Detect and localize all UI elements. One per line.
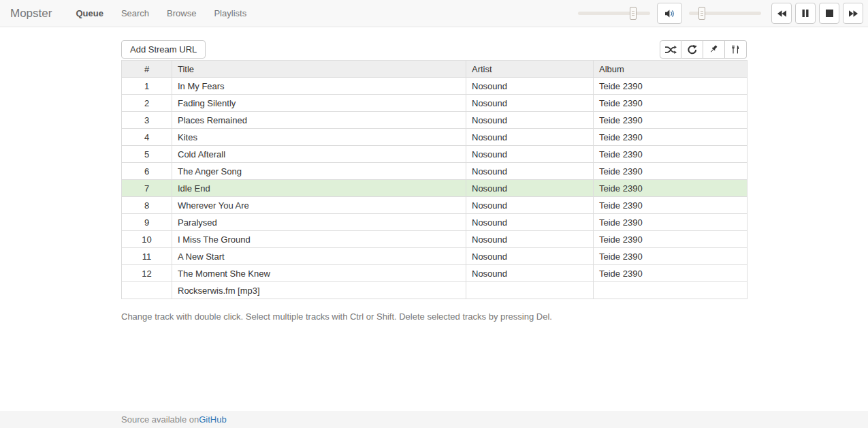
add-stream-url-button[interactable]: Add Stream URL	[121, 40, 206, 59]
cell-num: 11	[122, 248, 172, 265]
table-row[interactable]: 1In My FearsNosoundTeide 2390	[122, 78, 748, 95]
table-row[interactable]: Rockserwis.fm [mp3]	[122, 282, 748, 299]
cell-title: I Miss The Ground	[172, 231, 466, 248]
cell-album: Teide 2390	[594, 163, 748, 180]
cell-title: The Moment She Knew	[172, 265, 466, 282]
cell-album: Teide 2390	[594, 180, 748, 197]
cell-artist: Nosound	[466, 197, 594, 214]
nav-item-search[interactable]: Search	[112, 8, 158, 18]
seek-slider-handle[interactable]	[630, 7, 637, 20]
cell-artist: Nosound	[466, 95, 594, 112]
next-icon	[849, 10, 858, 17]
seek-slider[interactable]	[578, 7, 650, 20]
seek-slider-track[interactable]	[578, 12, 650, 15]
volume-slider[interactable]	[689, 7, 761, 20]
volume-up-icon	[665, 10, 675, 18]
cell-artist: Nosound	[466, 112, 594, 129]
stop-icon	[826, 10, 833, 17]
footer: Source available on GitHub	[0, 411, 868, 428]
cell-num: 10	[122, 231, 172, 248]
repeat-button[interactable]	[681, 40, 703, 59]
cell-title: Idle End	[172, 180, 466, 197]
cell-num: 9	[122, 214, 172, 231]
cell-num: 3	[122, 112, 172, 129]
table-row[interactable]: 4KitesNosoundTeide 2390	[122, 129, 748, 146]
volume-slider-handle[interactable]	[698, 7, 705, 20]
cell-title: Fading Silently	[172, 95, 466, 112]
cell-num	[122, 282, 172, 299]
repeat-icon	[688, 45, 697, 55]
cell-album: Teide 2390	[594, 146, 748, 163]
cell-title: The Anger Song	[172, 163, 466, 180]
main-content: Add Stream URL	[121, 40, 747, 411]
cell-title: In My Fears	[172, 78, 466, 95]
cell-num: 2	[122, 95, 172, 112]
nav-item-playlists[interactable]: Playlists	[205, 8, 255, 18]
shuffle-button[interactable]	[660, 40, 681, 59]
footer-text: Source available on	[121, 414, 199, 425]
cell-num: 12	[122, 265, 172, 282]
cell-album: Teide 2390	[594, 78, 748, 95]
cell-artist: Nosound	[466, 214, 594, 231]
cell-title: A New Start	[172, 248, 466, 265]
navbar: Mopster QueueSearchBrowsePlaylists	[0, 0, 868, 27]
brand[interactable]: Mopster	[10, 7, 52, 20]
table-row[interactable]: 3Places RemainedNosoundTeide 2390	[122, 112, 748, 129]
queue-toolbar: Add Stream URL	[121, 40, 747, 59]
table-row[interactable]: 6The Anger SongNosoundTeide 2390	[122, 163, 748, 180]
previous-icon	[777, 10, 786, 17]
next-button[interactable]	[843, 3, 863, 24]
table-row[interactable]: 5Cold AfterallNosoundTeide 2390	[122, 146, 748, 163]
cell-title: Places Remained	[172, 112, 466, 129]
cell-album: Teide 2390	[594, 248, 748, 265]
navbar-controls	[571, 3, 863, 24]
table-row[interactable]: 10I Miss The GroundNosoundTeide 2390	[122, 231, 748, 248]
cell-album: Teide 2390	[594, 129, 748, 146]
navbar-nav: QueueSearchBrowsePlaylists	[67, 8, 255, 18]
github-link[interactable]: GitHub	[199, 414, 226, 425]
cell-album: Teide 2390	[594, 197, 748, 214]
table-row[interactable]: 2Fading SilentlyNosoundTeide 2390	[122, 95, 748, 112]
pause-button[interactable]	[795, 3, 816, 24]
cell-title: Cold Afterall	[172, 146, 466, 163]
queue-tbody: 1In My FearsNosoundTeide 23902Fading Sil…	[122, 78, 748, 299]
single-button[interactable]	[703, 40, 725, 59]
cell-artist: Nosound	[466, 248, 594, 265]
table-header-row: #TitleArtistAlbum	[122, 61, 748, 78]
stop-button[interactable]	[819, 3, 839, 24]
table-row[interactable]: 12The Moment She KnewNosoundTeide 2390	[122, 265, 748, 282]
table-row[interactable]: 8Wherever You AreNosoundTeide 2390	[122, 197, 748, 214]
cell-artist: Nosound	[466, 129, 594, 146]
column-header-album: Album	[594, 61, 748, 78]
previous-button[interactable]	[771, 3, 792, 24]
cell-album: Teide 2390	[594, 214, 748, 231]
column-header-artist: Artist	[466, 61, 594, 78]
table-row[interactable]: 9ParalysedNosoundTeide 2390	[122, 214, 748, 231]
nav-item-browse[interactable]: Browse	[158, 8, 205, 18]
cell-title: Rockserwis.fm [mp3]	[172, 282, 466, 299]
column-header-num: #	[122, 61, 172, 78]
cell-artist: Nosound	[466, 180, 594, 197]
cell-num: 4	[122, 129, 172, 146]
cell-title: Kites	[172, 129, 466, 146]
cell-artist: Nosound	[466, 265, 594, 282]
cell-album: Teide 2390	[594, 265, 748, 282]
playback-controls	[771, 3, 863, 24]
table-row[interactable]: 11A New StartNosoundTeide 2390	[122, 248, 748, 265]
cell-album: Teide 2390	[594, 95, 748, 112]
cell-num: 8	[122, 197, 172, 214]
consume-button[interactable]	[725, 40, 747, 59]
playback-mode-group	[660, 40, 747, 59]
cell-title: Paralysed	[172, 214, 466, 231]
column-header-title: Title	[172, 61, 466, 78]
table-row[interactable]: 7Idle EndNosoundTeide 2390	[122, 180, 748, 197]
cell-num: 1	[122, 78, 172, 95]
cutlery-icon	[732, 45, 739, 54]
cell-album	[594, 282, 748, 299]
pin-icon	[709, 45, 718, 54]
cell-album: Teide 2390	[594, 231, 748, 248]
cell-artist: Nosound	[466, 163, 594, 180]
help-text: Change track with double click. Select m…	[121, 311, 747, 322]
mute-button[interactable]	[657, 3, 682, 24]
nav-item-queue[interactable]: Queue	[67, 8, 112, 18]
